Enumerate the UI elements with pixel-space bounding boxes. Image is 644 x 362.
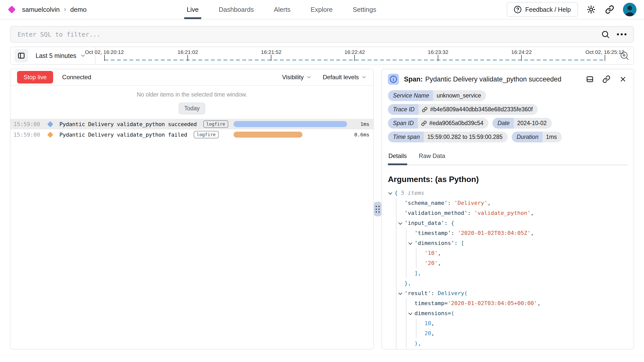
meta-pill-date: Date2024-10-02 xyxy=(492,118,552,129)
sql-filter-input[interactable]: Enter SQL to filter... xyxy=(18,31,100,38)
code-line: 'input_data': { xyxy=(388,218,627,228)
toggle-sidebar-button[interactable] xyxy=(15,49,28,62)
user-avatar[interactable] xyxy=(623,3,636,16)
log-message: Pydantic Delivery validate_python succee… xyxy=(59,121,197,127)
breadcrumb: samuelcolvin › demo xyxy=(8,5,86,14)
sql-filter-bar[interactable]: Enter SQL to filter... xyxy=(10,26,634,43)
tick-label: 16:23:32 xyxy=(428,49,448,55)
collapse-caret-icon[interactable] xyxy=(398,218,403,228)
code-line: { 5 items xyxy=(388,188,627,198)
link-icon xyxy=(421,121,427,126)
default-levels-label: Default levels xyxy=(323,74,359,81)
tab-raw-data[interactable]: Raw Data xyxy=(418,150,446,165)
code-line: }, xyxy=(388,278,627,288)
drag-handle-icon[interactable] xyxy=(374,202,381,216)
scope-badge: logfire xyxy=(194,131,219,138)
panel-left-icon xyxy=(17,52,25,60)
collapse-caret-icon[interactable] xyxy=(408,308,413,318)
code-line: 'result': Delivery( xyxy=(388,288,627,298)
nav-live[interactable]: Live xyxy=(187,0,199,19)
meta-value: #b4e5809a440dbb3458e68d2335fe360f xyxy=(418,104,538,115)
nav-settings[interactable]: Settings xyxy=(353,0,376,19)
nav-alerts[interactable]: Alerts xyxy=(274,0,290,19)
tick-label: Oct 02, 16:25:12 xyxy=(585,49,624,55)
meta-label: Time span xyxy=(388,132,424,142)
more-options-button[interactable] xyxy=(617,33,626,35)
share-link-button[interactable] xyxy=(604,4,615,15)
collapse-caret-icon[interactable] xyxy=(388,188,393,198)
span-header-actions xyxy=(585,75,627,84)
tick-label: Oct 02, 16:20:12 xyxy=(85,49,124,55)
detail-tabs: DetailsRaw Data xyxy=(388,150,627,165)
code-line: ], xyxy=(388,268,627,278)
time-range-select[interactable]: Last 5 minutes xyxy=(36,52,86,59)
code-line: 'validation_method': 'validate_python', xyxy=(388,208,627,218)
tick-label: 16:21:52 xyxy=(261,49,282,55)
dock-panel-button[interactable] xyxy=(585,75,594,84)
meta-pill-service-name: Service Nameunknown_service xyxy=(388,90,486,101)
span-meta: Service Nameunknown_serviceTrace ID#b4e5… xyxy=(388,90,627,142)
breadcrumb-project[interactable]: demo xyxy=(70,6,86,14)
timeline[interactable]: Oct 02, 16:20:1216:21:0216:21:5216:22:42… xyxy=(95,47,616,64)
log-message: Pydantic Delivery validate_python failed xyxy=(59,132,187,138)
logfire-logo-icon[interactable] xyxy=(8,6,16,13)
collapse-caret-icon[interactable] xyxy=(408,238,413,248)
duration-label: 1ms xyxy=(360,121,369,127)
panel-bottom-icon xyxy=(586,75,594,83)
theme-toggle-button[interactable] xyxy=(586,4,596,15)
day-pill[interactable]: Today xyxy=(179,103,205,114)
time-range-bar: Last 5 minutes Oct 02, 16:20:1216:21:021… xyxy=(10,47,634,65)
meta-value: 2024-10-02 xyxy=(514,118,552,129)
meta-pill-time-span: Time span15:59:00.282 to 15:59:00.285 xyxy=(388,132,508,142)
nav-dashboards[interactable]: Dashboards xyxy=(219,0,254,19)
search-icon[interactable] xyxy=(601,30,610,39)
copy-link-button[interactable] xyxy=(602,75,611,84)
close-icon xyxy=(619,75,627,83)
meta-label: Trace ID xyxy=(388,104,418,115)
feedback-help-button[interactable]: Feedback / Help xyxy=(507,2,578,17)
level-diamond-icon xyxy=(47,132,53,138)
visibility-dropdown[interactable]: Visibility xyxy=(282,74,312,81)
default-levels-dropdown[interactable]: Default levels xyxy=(323,74,367,81)
logfire-app: samuelcolvin › demo LiveDashboardsAlerts… xyxy=(0,0,644,362)
breadcrumb-org[interactable]: samuelcolvin xyxy=(22,6,60,14)
arguments-heading: Arguments: (as Python) xyxy=(388,175,627,184)
nav-explore[interactable]: Explore xyxy=(310,0,333,19)
collapse-caret-icon[interactable] xyxy=(398,288,403,298)
close-panel-button[interactable] xyxy=(618,75,627,84)
meta-value: 1ms xyxy=(543,132,562,142)
meta-value: #eda9065a0bd39c54 xyxy=(418,118,488,129)
log-row[interactable]: 15:59:00Pydantic Delivery validate_pytho… xyxy=(11,129,373,140)
span-detail-header: Span:Pydantic Delivery validate_python s… xyxy=(388,70,627,88)
span-detail-panel: Span:Pydantic Delivery validate_python s… xyxy=(381,69,634,349)
tab-details[interactable]: Details xyxy=(388,150,407,165)
info-icon xyxy=(388,74,399,85)
tick-mark xyxy=(187,55,188,61)
log-timestamp: 15:59:00 xyxy=(14,121,46,127)
connection-status: Connected xyxy=(62,74,91,81)
panel-resize-gutter[interactable] xyxy=(374,69,381,349)
tick-label: 16:24:22 xyxy=(511,49,532,55)
code-line: 'schema_name': 'Delivery', xyxy=(388,198,627,208)
chevron-down-icon xyxy=(306,74,312,80)
main-area: Stop live Connected Visibility Default l… xyxy=(10,69,634,349)
tick-mark xyxy=(354,55,355,61)
duration-bar xyxy=(234,121,347,127)
link-icon xyxy=(602,75,610,83)
code-line: ), xyxy=(388,348,627,349)
meta-pill-span-id: Span ID#eda9065a0bd39c54 xyxy=(388,118,488,129)
top-actions: Feedback / Help xyxy=(507,2,636,17)
top-bar: samuelcolvin › demo LiveDashboardsAlerts… xyxy=(0,0,644,20)
code-line: 'timestamp': '2020-01-02T03:04:05Z', xyxy=(388,228,627,238)
tick-mark xyxy=(438,55,438,61)
log-row[interactable]: 15:59:00Pydantic Delivery validate_pytho… xyxy=(11,119,373,129)
chevron-right-icon: › xyxy=(64,5,66,14)
live-panel-body: No older items in the selected time wind… xyxy=(11,86,373,349)
meta-value: 15:59:00.282 to 15:59:00.285 xyxy=(424,132,508,142)
code-line: dimensions=( xyxy=(388,308,627,318)
meta-value: unknown_service xyxy=(433,90,486,101)
stop-live-button[interactable]: Stop live xyxy=(17,71,53,83)
code-line: 20, xyxy=(388,328,627,338)
tick-label: 16:21:02 xyxy=(178,49,198,55)
tick-label: 16:22:42 xyxy=(344,49,365,55)
